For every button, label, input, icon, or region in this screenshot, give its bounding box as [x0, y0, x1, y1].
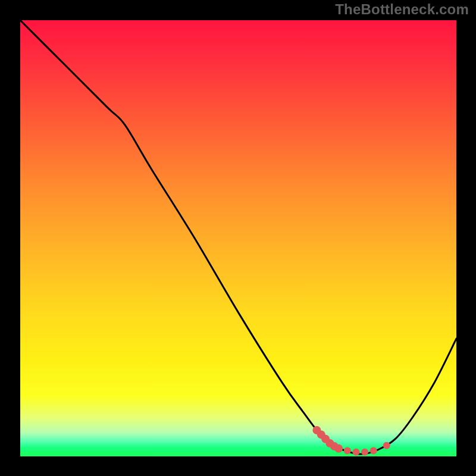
curve-marker [361, 449, 368, 456]
curve-markers [312, 426, 390, 456]
curve-marker [334, 444, 343, 453]
bottleneck-curve [20, 20, 456, 454]
curve-marker [352, 449, 359, 456]
bottleneck-curve-svg [20, 20, 456, 456]
curve-marker [383, 442, 390, 449]
watermark-text: TheBottleneck.com [335, 1, 469, 18]
curve-marker [344, 447, 351, 455]
curve-marker [370, 447, 377, 455]
chart-container: TheBottleneck.com [0, 0, 476, 476]
plot-area [20, 20, 456, 456]
